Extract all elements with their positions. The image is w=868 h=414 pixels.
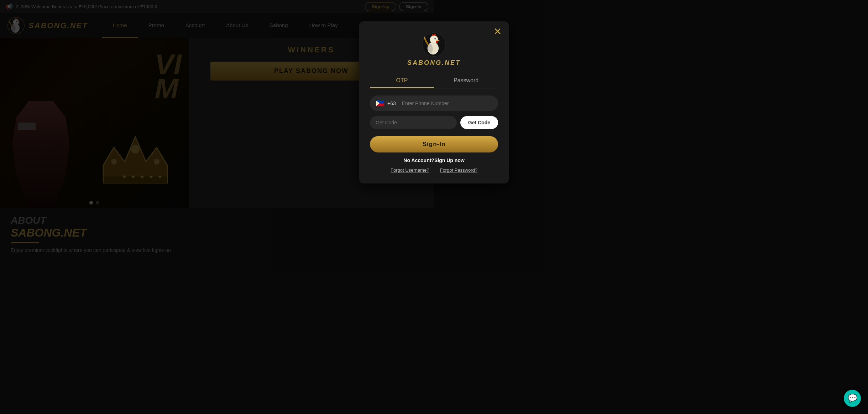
modal-overlay[interactable]: ✕	[0, 0, 434, 261]
no-account-label: No Account?	[403, 157, 434, 163]
no-account-text: No Account?Sign Up now	[370, 157, 434, 163]
modal-rooster-icon	[422, 32, 434, 57]
get-code-input[interactable]	[370, 116, 434, 129]
modal-logo: SABONG.NET	[370, 32, 434, 67]
forgot-row: Forgot Username? Forgot Password?	[370, 167, 434, 173]
sign-in-button[interactable]: Sign-In	[370, 136, 434, 152]
modal-logo-text: SABONG.NET	[370, 59, 434, 67]
code-row: Get Code	[370, 116, 434, 129]
country-code: +63	[387, 100, 396, 106]
modal-tabs: OTP Password	[370, 74, 434, 88]
flag-icon: 🇵🇭	[376, 99, 385, 108]
divider	[399, 100, 399, 107]
tab-otp[interactable]: OTP	[370, 74, 434, 88]
phone-number-input[interactable]	[402, 100, 434, 106]
phone-input-row: 🇵🇭 +63	[370, 95, 434, 111]
forgot-username-link[interactable]: Forgot Username?	[391, 167, 429, 173]
sign-in-modal: ✕	[359, 21, 434, 183]
